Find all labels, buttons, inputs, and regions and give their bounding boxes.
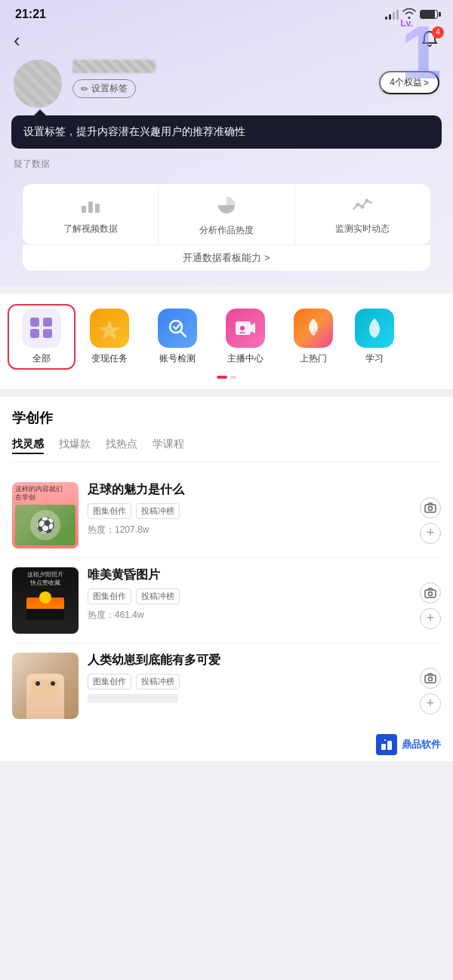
svg-rect-2 xyxy=(95,204,100,213)
learn-section: 学创作 找灵感 找爆款 找热点 学课程 这样的内容就们在学创 ⚽ 足球的魅力是什… xyxy=(0,397,453,728)
stat-video-label: 了解视频数据 xyxy=(63,223,118,235)
stat-work-heat[interactable]: 分析作品热度 xyxy=(159,185,294,244)
plus-button-1[interactable]: + xyxy=(420,523,441,544)
svg-rect-1 xyxy=(88,201,93,213)
camera-button-3[interactable] xyxy=(420,668,441,689)
svg-point-14 xyxy=(429,591,433,595)
pie-chart-icon xyxy=(217,195,236,220)
stat-work-label: 分析作品热度 xyxy=(199,224,254,237)
scroll-dot-2 xyxy=(230,376,236,379)
tool-hot-label: 上热门 xyxy=(300,352,327,365)
sub-tabs: 找灵感 找爆款 找热点 学课程 xyxy=(12,438,441,462)
card-tag-collection: 图集创作 xyxy=(88,503,131,519)
plus-button-2[interactable]: + xyxy=(420,608,441,629)
tool-detect[interactable]: 账号检测 xyxy=(143,304,211,370)
avatar xyxy=(14,60,62,108)
tooltip-box: 设置标签，提升内容潜在兴趣用户的推荐准确性 xyxy=(11,115,442,149)
tab-trend[interactable]: 找热点 xyxy=(106,438,137,454)
svg-point-10 xyxy=(240,326,245,330)
card-tag-submit-2: 投稿冲榜 xyxy=(136,588,180,604)
card-heat-3 xyxy=(88,694,411,703)
line-chart-icon xyxy=(352,195,373,218)
watermark: 鼎品软件 xyxy=(0,728,453,761)
svg-rect-15 xyxy=(425,675,436,683)
learn-icon xyxy=(355,309,394,348)
profile-section: ✏ 设置标签 4个权益 > xyxy=(0,60,453,108)
svg-point-12 xyxy=(429,506,433,510)
content-card-3: 人类幼崽到底能有多可爱 图集创作 投稿冲榜 + xyxy=(12,644,441,728)
card-actions-1: + xyxy=(420,482,441,544)
card-tag-submit: 投稿冲榜 xyxy=(136,503,180,519)
thumb-text-soccer: 这样的内容就们在学创 xyxy=(15,485,76,502)
svg-rect-17 xyxy=(381,744,386,750)
card-title-3: 人类幼崽到底能有多可爱 xyxy=(88,653,411,668)
tool-all[interactable]: 全部 xyxy=(8,304,76,370)
tool-learn[interactable]: 学习 xyxy=(347,304,402,370)
pencil-icon: ✏ xyxy=(81,84,88,94)
level-number: 1 xyxy=(400,14,439,90)
content-card-1: 这样的内容就们在学创 ⚽ 足球的魅力是什么 图集创作 投稿冲榜 热度：1207.… xyxy=(12,473,441,558)
svg-line-8 xyxy=(180,331,186,336)
svg-point-4 xyxy=(361,204,365,208)
camera-button-1[interactable] xyxy=(420,497,441,518)
card-thumbnail-3 xyxy=(12,653,79,719)
grid-icon xyxy=(30,318,53,338)
thumb-text-sunset: 这租夕阳照片快点赞收藏 xyxy=(27,570,63,587)
watermark-icon xyxy=(376,734,397,755)
camera-button-2[interactable] xyxy=(420,582,441,604)
card-info-2: 唯美黄昏图片 图集创作 投稿冲榜 热度：461.4w xyxy=(88,567,411,622)
card-info-1: 足球的魅力是什么 图集创作 投稿冲榜 热度：1207.8w xyxy=(88,482,411,537)
stat-video-data[interactable]: 了解视频数据 xyxy=(23,185,159,244)
card-tags-2: 图集创作 投稿冲榜 xyxy=(88,588,411,604)
card-title-2: 唯美黄昏图片 xyxy=(88,567,411,583)
tab-course[interactable]: 学课程 xyxy=(153,438,184,454)
video-icon xyxy=(226,309,265,348)
back-button[interactable]: ‹ xyxy=(14,29,20,52)
card-thumbnail-2: 这租夕阳照片快点赞收藏 xyxy=(12,567,79,634)
tab-inspire[interactable]: 找灵感 xyxy=(12,438,44,454)
set-tag-button[interactable]: ✏ 设置标签 xyxy=(72,79,136,98)
tool-detect-label: 账号检测 xyxy=(159,352,196,365)
related-data-label: 疑了数据 xyxy=(0,155,453,177)
plus-button-3[interactable]: + xyxy=(420,693,441,714)
tool-live-label: 主播中心 xyxy=(227,352,263,365)
card-actions-3: + xyxy=(420,653,441,714)
tool-all-label: 全部 xyxy=(32,352,51,365)
fire-icon xyxy=(294,309,333,348)
status-bar: 21:21 xyxy=(0,0,453,25)
card-actions-2: + xyxy=(420,567,441,629)
card-title-1: 足球的魅力是什么 xyxy=(88,482,411,498)
bar-chart-icon xyxy=(80,195,101,218)
card-tag-collection-3: 图集创作 xyxy=(88,674,131,690)
trophy-icon: 🏆 xyxy=(90,309,129,348)
card-tag-collection-2: 图集创作 xyxy=(88,588,131,604)
status-time: 21:21 xyxy=(15,8,46,21)
tools-scroll: 全部 🏆 变现任务 账号检测 xyxy=(0,304,453,370)
svg-point-5 xyxy=(365,198,369,202)
tool-hot[interactable]: 上热门 xyxy=(279,304,347,370)
tool-learn-label: 学习 xyxy=(365,352,384,365)
tooltip-text: 设置标签，提升内容潜在兴趣用户的推荐准确性 xyxy=(23,125,245,137)
svg-rect-18 xyxy=(387,741,392,750)
nav-bar: ‹ 4 xyxy=(0,25,453,60)
card-tags-3: 图集创作 投稿冲榜 xyxy=(88,674,411,690)
card-tags-1: 图集创作 投稿冲榜 xyxy=(88,503,411,519)
tool-live[interactable]: 主播中心 xyxy=(211,304,279,370)
scroll-indicator xyxy=(0,376,453,383)
svg-rect-13 xyxy=(425,590,436,598)
card-thumbnail-1: 这样的内容就们在学创 ⚽ xyxy=(12,482,79,548)
username-blur xyxy=(72,60,156,73)
tab-popular[interactable]: 找爆款 xyxy=(59,438,91,454)
signal-icon xyxy=(385,10,399,20)
card-heat-1: 热度：1207.8w xyxy=(88,524,411,536)
svg-point-16 xyxy=(429,677,433,680)
card-tag-submit-3: 投稿冲榜 xyxy=(136,674,180,690)
tool-task[interactable]: 🏆 变现任务 xyxy=(76,304,143,370)
search-detect-icon xyxy=(158,309,197,348)
tool-task-label: 变现任务 xyxy=(91,352,128,365)
content-card-2: 这租夕阳照片快点赞收藏 唯美黄昏图片 图集创作 投稿冲榜 热度：461.4w xyxy=(12,558,441,644)
stat-realtime[interactable]: 监测实时动态 xyxy=(295,185,430,244)
data-open-button[interactable]: 开通数据看板能力 > xyxy=(23,244,430,271)
stat-realtime-label: 监测实时动态 xyxy=(335,223,390,235)
watermark-label: 鼎品软件 xyxy=(402,738,441,751)
